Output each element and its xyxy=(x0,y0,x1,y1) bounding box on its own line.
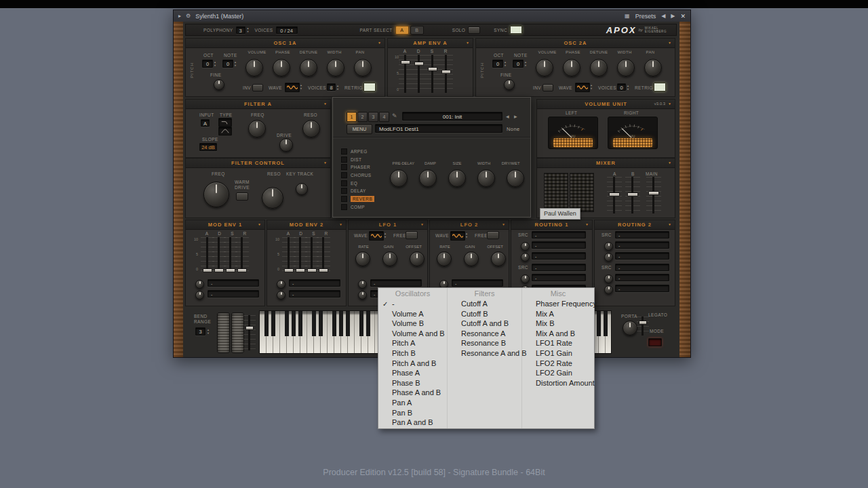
menu-item[interactable]: LFO1 Gain xyxy=(522,348,594,359)
key-track-knob[interactable] xyxy=(296,183,308,195)
fx-checkbox[interactable] xyxy=(341,204,347,210)
fx-row-phaser[interactable]: PHASER xyxy=(341,163,383,171)
src-select[interactable]: - xyxy=(532,264,586,271)
mod-dest-display[interactable]: ModLFO1 Dest1 xyxy=(375,124,502,133)
dest2-amount-knob[interactable] xyxy=(358,291,367,300)
osc-voices-value[interactable]: 8 xyxy=(327,83,336,91)
legato-slider[interactable] xyxy=(640,317,646,336)
mod-fader[interactable] xyxy=(247,315,252,350)
fx-row-eq[interactable]: EQ xyxy=(341,180,383,187)
bend-range-value[interactable]: 3 xyxy=(195,327,205,336)
oct-value[interactable]: 0 xyxy=(202,60,213,68)
edit-pencil-icon[interactable] xyxy=(392,113,397,119)
fine-knob[interactable] xyxy=(504,79,515,90)
fx-checkbox[interactable] xyxy=(341,164,347,170)
osc-voices-value[interactable]: 0 xyxy=(617,83,626,91)
menu-item[interactable]: LFO2 Gain xyxy=(522,368,594,378)
menu-item[interactable]: Pitch A and B xyxy=(378,359,447,369)
menu-item[interactable]: Phase B xyxy=(378,378,447,388)
menu-item[interactable]: LFO1 Rate xyxy=(522,338,594,348)
sustain-slider[interactable] xyxy=(227,237,234,272)
drive-knob[interactable] xyxy=(279,138,293,152)
offset-knob[interactable] xyxy=(410,251,425,266)
filter-type-lowpass[interactable] xyxy=(218,118,232,127)
menu-item[interactable]: Phase A xyxy=(378,368,447,378)
fx-checkbox[interactable] xyxy=(341,148,347,155)
polyphony-value[interactable]: 3 xyxy=(236,26,245,34)
note-value[interactable]: 0 xyxy=(513,60,524,68)
menu-item[interactable]: Distortion Amount xyxy=(522,378,594,388)
dest-select[interactable]: - xyxy=(615,285,669,292)
dest2-amount-knob[interactable] xyxy=(277,291,285,300)
volume-knob[interactable] xyxy=(245,59,263,77)
attack-slider[interactable] xyxy=(402,55,409,93)
dest1-select[interactable]: - xyxy=(289,279,340,287)
menu-item[interactable]: Cutoff B xyxy=(448,309,521,319)
wave-stepper[interactable] xyxy=(465,232,468,239)
width-knob[interactable] xyxy=(477,169,495,187)
gear-icon[interactable]: ⚙ xyxy=(186,13,191,19)
oct-value[interactable]: 0 xyxy=(492,60,503,68)
size-knob[interactable] xyxy=(448,169,466,187)
part-a-button[interactable]: A xyxy=(395,26,409,35)
fx-checkbox[interactable] xyxy=(341,188,347,194)
rate-knob[interactable] xyxy=(355,251,370,266)
menu-item[interactable]: Mix A xyxy=(522,309,594,319)
dest-select[interactable]: - xyxy=(532,241,586,249)
dest1-amount-knob[interactable] xyxy=(277,280,285,289)
slope-value[interactable]: 24 dB xyxy=(199,143,217,151)
fx-tab-3[interactable]: 3 xyxy=(368,112,378,122)
note-stepper[interactable] xyxy=(524,60,527,67)
fx-row-arpeg[interactable]: ARPEG xyxy=(341,148,383,155)
fx-row-dist[interactable]: DIST xyxy=(341,156,383,163)
volume-knob[interactable] xyxy=(536,59,553,77)
menu-item[interactable]: Resonance A xyxy=(448,329,521,339)
bend-range-stepper[interactable] xyxy=(207,328,210,335)
resonance-knob[interactable] xyxy=(262,187,283,209)
wave-stepper[interactable] xyxy=(590,83,593,90)
sustain-slider[interactable] xyxy=(309,237,315,272)
sync-toggle[interactable] xyxy=(510,26,522,34)
routing-amount-knob[interactable] xyxy=(604,242,613,251)
menu-item[interactable]: Volume A and B xyxy=(378,329,447,339)
prev-preset-icon[interactable]: ◀ xyxy=(661,13,665,19)
voices-stepper[interactable] xyxy=(627,84,629,91)
retrig-toggle[interactable] xyxy=(654,83,666,92)
fx-tab-4[interactable]: 4 xyxy=(379,112,389,122)
free-toggle[interactable] xyxy=(406,231,418,239)
routing-amount-knob[interactable] xyxy=(521,274,530,283)
pitch-wheel[interactable] xyxy=(217,312,230,353)
menu-item[interactable]: Cutoff A xyxy=(448,299,521,309)
routing-amount-knob[interactable] xyxy=(521,253,530,262)
drywet-knob[interactable] xyxy=(507,169,524,187)
src-select[interactable]: - xyxy=(615,231,669,239)
dest-select[interactable]: - xyxy=(532,252,586,260)
menu-item[interactable]: Volume A xyxy=(378,309,447,319)
close-icon[interactable]: ✕ xyxy=(680,13,686,20)
routing-amount-knob[interactable] xyxy=(604,253,613,262)
dest1-amount-knob[interactable] xyxy=(358,280,367,289)
wave-display[interactable] xyxy=(450,231,465,241)
fx-tab-2[interactable]: 2 xyxy=(357,112,368,122)
gain-knob[interactable] xyxy=(382,251,397,266)
dest1-select[interactable]: - xyxy=(370,279,422,287)
mixer-main-slider[interactable] xyxy=(650,177,658,214)
reso-knob[interactable] xyxy=(302,120,320,138)
rate-knob[interactable] xyxy=(437,251,452,266)
release-slider[interactable] xyxy=(320,237,327,272)
src-select[interactable]: - xyxy=(615,264,669,271)
keyboard-grid-icon[interactable]: ▦ xyxy=(625,13,630,19)
fx-checkbox[interactable] xyxy=(341,196,347,202)
menu-item[interactable]: Cutoff A and B xyxy=(448,319,521,329)
next-preset-icon[interactable]: ▶ xyxy=(671,13,675,19)
menu-button[interactable]: MENU xyxy=(347,124,372,134)
attack-slider[interactable] xyxy=(285,237,292,272)
detune-knob[interactable] xyxy=(300,59,317,77)
filter-type-alt[interactable] xyxy=(218,127,232,136)
input-value[interactable]: A xyxy=(201,119,210,127)
dest-select[interactable]: - xyxy=(615,241,669,249)
warm-drive-toggle[interactable] xyxy=(236,192,248,201)
menu-item[interactable]: Phaser Frequency xyxy=(522,299,594,309)
wave-display[interactable] xyxy=(285,83,300,92)
presets-label[interactable]: Presets xyxy=(635,13,656,20)
